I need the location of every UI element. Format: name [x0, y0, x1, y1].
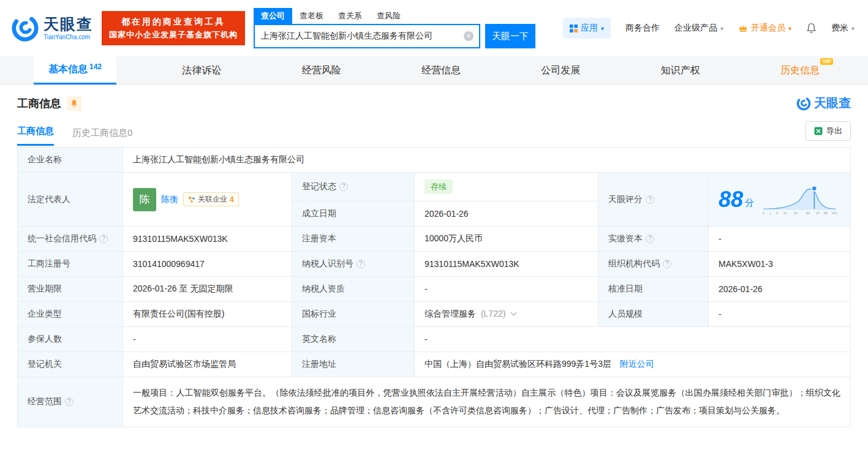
row-legal-rep-status: 法定代表人 陈 陈衡 关联企	[18, 173, 851, 201]
apps-label: 应用	[581, 23, 598, 34]
business-term-value: 2026-01-26 至 无固定期限	[123, 277, 292, 302]
credit-code-label: 统一社会信用代码?	[18, 227, 123, 252]
business-scope-value: 一般项目：人工智能双创服务平台。（除依法须经批准的项目外，凭营业执照依法自主开展…	[123, 377, 851, 427]
org-code-label: 组织机构代码?	[598, 252, 709, 277]
reg-number-value: 310141000969417	[123, 252, 292, 277]
apps-grid-icon	[570, 24, 578, 32]
export-button[interactable]: 导出	[806, 121, 851, 141]
related-companies-badge[interactable]: 关联企业 4	[183, 192, 239, 206]
export-label: 导出	[826, 126, 842, 137]
svg-text:50: 50	[794, 211, 798, 215]
help-icon[interactable]: ?	[99, 235, 108, 243]
help-icon[interactable]: ?	[339, 182, 348, 191]
bell-icon	[70, 99, 78, 107]
help-icon[interactable]: ?	[357, 260, 365, 268]
help-icon[interactable]: ?	[65, 397, 74, 406]
chevron-down-icon: ▾	[720, 25, 723, 32]
company-name-label: 企业名称	[18, 148, 123, 173]
tab-history-info[interactable]: 历史信息 VIP	[766, 56, 834, 85]
staff-size-value: -	[709, 302, 851, 327]
tianyancha-logo[interactable]: 天眼查 TianYanCha.com	[11, 14, 93, 42]
svg-text:5: 5	[776, 211, 778, 215]
row-business-scope: 经营范围? 一般项目：人工智能双创服务平台。（除依法须经批准的项目外，凭营业执照…	[18, 377, 851, 427]
industry-value: 综合管理服务	[425, 309, 476, 318]
tab-operating-risk[interactable]: 经营风险	[287, 56, 356, 85]
help-icon[interactable]: ?	[646, 235, 654, 243]
apps-menu[interactable]: 应用 ▾	[563, 18, 611, 39]
user-menu[interactable]: 费米 ▾	[831, 23, 855, 34]
chevron-down-icon: ▾	[851, 25, 855, 32]
reg-address-value: 中国（上海）自由贸易试验区环科路999弄1号3层	[425, 359, 611, 369]
org-code-value: MAK5XW01-3	[709, 252, 851, 277]
clear-search-icon[interactable]: ×	[464, 31, 474, 41]
score-distribution-chart: 0 1 5 15 50 85 97 99 100	[760, 181, 840, 218]
business-scope-label: 经营范围?	[18, 377, 123, 427]
company-type-label: 企业类型	[18, 302, 123, 327]
promo-line1: 都在用的商业查询工具	[109, 15, 238, 29]
legal-rep-name-link[interactable]: 陈衡	[161, 194, 178, 205]
search-input[interactable]	[255, 25, 479, 47]
company-name-value: 上海张江人工智能创新小镇生态服务有限公司	[123, 148, 851, 173]
tab-operating-info[interactable]: 经营信息	[407, 56, 475, 85]
search-tab-relation[interactable]: 查关系	[331, 8, 369, 24]
promo-banner: 都在用的商业查询工具 国家中小企业发展子基金旗下机构	[102, 11, 245, 45]
nearby-companies-link[interactable]: 附近公司	[620, 359, 654, 369]
company-type-value: 有限责任公司(国有控股)	[123, 302, 292, 327]
chevron-down-icon: ▾	[601, 25, 604, 32]
username: 费米	[831, 23, 848, 34]
related-companies-label: 关联企业	[198, 194, 227, 205]
tab-company-development[interactable]: 公司发展	[526, 56, 595, 85]
business-info-subtabs: 工商信息 历史工商信息0 导出	[17, 121, 851, 146]
legal-rep-avatar[interactable]: 陈	[133, 188, 156, 211]
svg-text:1: 1	[769, 211, 771, 215]
industry-dropdown[interactable]: 综合管理服务 (L722)	[425, 309, 516, 318]
tab-basic-info-label: 基本信息	[48, 63, 88, 76]
subtab-historical-count: 0	[127, 127, 132, 138]
reg-capital-value: 10000万人民币	[415, 227, 598, 252]
row-reg-number: 工商注册号 310141000969417 纳税人识别号? 91310115MA…	[18, 252, 851, 277]
taxpayer-quality-label: 纳税人资质	[292, 277, 415, 302]
approval-date-value: 2026-01-26	[709, 277, 851, 302]
industry-code: (L722)	[481, 309, 505, 318]
vip-badge: VIP	[820, 58, 833, 65]
help-icon[interactable]: ?	[646, 195, 654, 204]
industry-cell: 综合管理服务 (L722)	[415, 302, 598, 327]
help-icon[interactable]: ?	[663, 260, 671, 268]
watermark-logo: 天眼查	[796, 95, 851, 111]
subtab-historical-label: 历史工商信息	[72, 127, 127, 138]
logo-domain-text: TianYanCha.com	[43, 34, 93, 40]
main-content: 工商信息 天眼查 工商信息 历史工商信息0 导出	[0, 95, 868, 427]
business-cooperation-link[interactable]: 商务合作	[625, 23, 660, 34]
status-badge: 存续	[425, 179, 453, 194]
insured-count-label: 参保人数	[18, 327, 123, 352]
subtab-current-registration[interactable]: 工商信息	[17, 126, 54, 146]
svg-text:15: 15	[783, 211, 787, 215]
taxpayer-id-value: 91310115MAK5XW013K	[415, 252, 598, 277]
reg-status-label: 登记状态?	[292, 173, 415, 201]
search-tab-company[interactable]: 查公司	[254, 8, 292, 24]
search-tab-risk[interactable]: 查风险	[369, 8, 408, 24]
enterprise-products-menu[interactable]: 企业级产品 ▾	[674, 23, 723, 34]
establish-date-value: 2026-01-26	[415, 201, 598, 227]
search-tab-boss[interactable]: 查老板	[292, 8, 331, 24]
notifications-bell[interactable]	[806, 23, 817, 34]
svg-text:99: 99	[824, 211, 828, 215]
search-input-wrap: ×	[254, 24, 480, 48]
row-company-name: 企业名称 上海张江人工智能创新小镇生态服务有限公司	[18, 148, 851, 173]
search-block: 查公司 查老板 查关系 查风险 × 天眼一下	[254, 8, 537, 48]
tianyancha-logo-icon	[11, 14, 39, 42]
row-credit-code: 统一社会信用代码? 91310115MAK5XW013K 注册资本 10000万…	[18, 227, 851, 252]
subtab-historical-registration[interactable]: 历史工商信息0	[72, 127, 132, 146]
tab-history-info-label: 历史信息	[780, 64, 820, 77]
reg-address-label: 注册地址	[292, 352, 415, 377]
tab-intellectual-property[interactable]: 知识产权	[646, 56, 715, 85]
tab-basic-info[interactable]: 基本信息 142	[34, 56, 116, 85]
subscribe-bell-button[interactable]	[67, 96, 81, 111]
open-vip-menu[interactable]: 开通会员 ▾	[738, 23, 791, 34]
row-reg-authority: 登记机关 自由贸易试验区市场监管局 注册地址 中国（上海）自由贸易试验区环科路9…	[18, 352, 851, 377]
svg-text:0: 0	[763, 211, 764, 215]
relation-graph-icon	[188, 196, 195, 203]
tab-legal-proceedings[interactable]: 法律诉讼	[167, 56, 236, 85]
score-value: 88	[719, 189, 743, 211]
search-button[interactable]: 天眼一下	[485, 24, 535, 48]
